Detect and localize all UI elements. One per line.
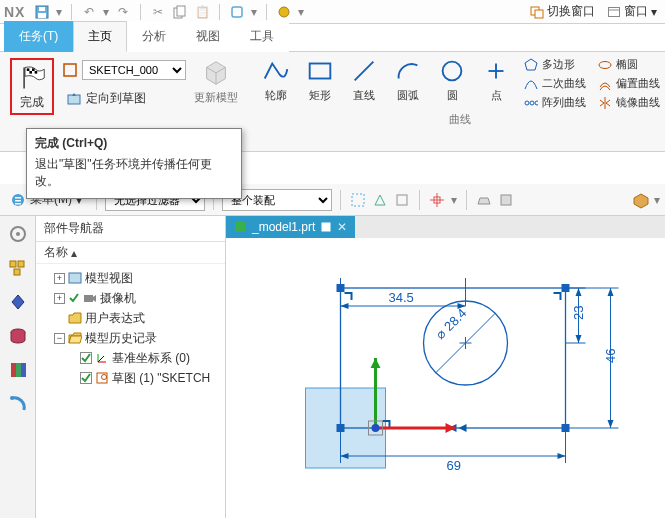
ellipse-button[interactable]: 椭圆: [596, 56, 662, 73]
expand-icon[interactable]: +: [54, 293, 65, 304]
svg-rect-49: [69, 273, 81, 283]
svg-rect-34: [397, 195, 407, 205]
tab-task[interactable]: 任务(T): [4, 21, 73, 52]
svg-point-25: [530, 101, 534, 105]
offset-curve-button[interactable]: 偏置曲线: [596, 75, 662, 92]
part-navigator-panel: 部件导航器 名称 ▴ +模型视图 +摄像机 用户表达式 −模型历史记录 基准坐标…: [36, 216, 226, 518]
render-style-button[interactable]: [631, 191, 649, 209]
offset-icon: [598, 77, 612, 91]
sel-tool-2[interactable]: [371, 191, 389, 209]
point-button[interactable]: 点: [474, 56, 518, 111]
tree-node-user-expr[interactable]: 用户表达式: [54, 308, 221, 328]
rail-constraint-navigator[interactable]: [6, 290, 30, 314]
svg-rect-4: [177, 6, 185, 16]
sel-tool-1[interactable]: [349, 191, 367, 209]
qat-save-icon[interactable]: [33, 3, 51, 21]
mirror-curve-button[interactable]: 镜像曲线: [596, 94, 662, 111]
svg-rect-15: [35, 71, 38, 74]
dim-34-5[interactable]: 34.5: [389, 290, 414, 305]
arc-button[interactable]: 圆弧: [386, 56, 430, 111]
checkbox-icon[interactable]: [80, 352, 92, 364]
qat-undo-dropdown[interactable]: ▾: [102, 4, 110, 20]
tab-home[interactable]: 主页: [73, 21, 127, 52]
polygon-button[interactable]: 多边形: [522, 56, 588, 73]
modified-icon: [321, 222, 331, 232]
rail-assembly-navigator[interactable]: [6, 256, 30, 280]
snap-dropdown[interactable]: ▾: [450, 192, 458, 208]
rail-hd3d[interactable]: [6, 358, 30, 382]
profile-icon: [261, 56, 291, 86]
ribbon-tabs: 任务(T) 主页 分析 视图 工具: [0, 24, 665, 52]
svg-rect-41: [10, 261, 16, 267]
tab-view[interactable]: 视图: [181, 21, 235, 52]
conic-icon: [524, 77, 538, 91]
qat-cut-icon[interactable]: ✂: [149, 3, 167, 21]
tree-node-sketch[interactable]: 草图 (1) "SKETCH: [80, 368, 221, 388]
tree-node-model-history[interactable]: −模型历史记录: [54, 328, 221, 348]
window-menu-button[interactable]: 窗口 ▾: [603, 2, 661, 21]
qat-touch-icon[interactable]: [228, 3, 246, 21]
qat-render-dropdown[interactable]: ▾: [297, 4, 305, 20]
window-menu-label: 窗口: [624, 3, 648, 20]
qat-save-dropdown[interactable]: ▾: [55, 4, 63, 20]
tab-tools[interactable]: 工具: [235, 21, 289, 52]
qat-touch-dropdown[interactable]: ▾: [250, 4, 258, 20]
svg-rect-33: [352, 194, 364, 206]
render-style-dropdown[interactable]: ▾: [653, 192, 661, 208]
circle-button[interactable]: 圆: [430, 56, 474, 111]
switch-window-button[interactable]: 切换窗口: [526, 2, 599, 21]
check-icon: [68, 292, 80, 304]
sketch-canvas[interactable]: ⌀ 28.4 34.5 23: [226, 238, 665, 518]
qat-paste-icon[interactable]: 📋: [193, 3, 211, 21]
line-button[interactable]: 直线: [342, 56, 386, 111]
svg-marker-23: [525, 59, 537, 70]
svg-rect-18: [310, 64, 331, 79]
rail-part-navigator[interactable]: [6, 222, 30, 246]
sel-tool-3[interactable]: [393, 191, 411, 209]
svg-rect-8: [535, 10, 543, 18]
tab-analyze[interactable]: 分析: [127, 21, 181, 52]
tree-node-model-views[interactable]: +模型视图: [54, 268, 221, 288]
main-area: 部件导航器 名称 ▴ +模型视图 +摄像机 用户表达式 −模型历史记录 基准坐标…: [0, 216, 665, 518]
conic-button[interactable]: 二次曲线: [522, 75, 588, 92]
view-tool-1[interactable]: [475, 191, 493, 209]
tree-node-datum-csys[interactable]: 基准坐标系 (0): [80, 348, 221, 368]
dim-23[interactable]: 23: [571, 306, 586, 320]
rail-web-browser[interactable]: [6, 392, 30, 416]
sketch-name-select[interactable]: SKETCH_000: [82, 60, 186, 80]
collapse-icon[interactable]: −: [54, 333, 65, 344]
snap-tool[interactable]: [428, 191, 446, 209]
svg-point-26: [535, 101, 538, 105]
pattern-curve-button[interactable]: 阵列曲线: [522, 94, 588, 111]
qat-redo-icon[interactable]: ↷: [114, 3, 132, 21]
window-icon: [607, 5, 621, 19]
update-model-button[interactable]: 更新模型: [194, 58, 238, 105]
svg-point-48: [10, 396, 14, 400]
nav-column-name[interactable]: 名称 ▴: [36, 242, 225, 264]
svg-rect-46: [16, 363, 21, 377]
view-tool-2[interactable]: [497, 191, 515, 209]
graphics-viewport[interactable]: _model1.prt ✕ ⌀ 28.4: [226, 216, 665, 518]
profile-button[interactable]: 轮廓: [254, 56, 298, 111]
ellipse-icon: [598, 58, 612, 72]
sketch-icon: [95, 371, 109, 385]
orient-to-sketch-button[interactable]: 定向到草图: [62, 88, 150, 109]
folder-icon: [68, 311, 82, 325]
document-tab[interactable]: _model1.prt ✕: [226, 216, 355, 238]
qat-copy-icon[interactable]: [171, 3, 189, 21]
checkbox-icon[interactable]: [80, 372, 92, 384]
dim-69[interactable]: 69: [447, 458, 461, 473]
rectangle-button[interactable]: 矩形: [298, 56, 342, 111]
finish-sketch-button[interactable]: 完成: [10, 58, 54, 115]
close-tab-icon[interactable]: ✕: [337, 220, 347, 234]
expand-icon[interactable]: +: [54, 273, 65, 284]
svg-rect-50: [84, 295, 93, 302]
qat-render-icon[interactable]: [275, 3, 293, 21]
qat-undo-icon[interactable]: ↶: [80, 3, 98, 21]
dim-46[interactable]: 46: [603, 349, 618, 363]
svg-rect-30: [15, 197, 21, 199]
mirror-icon: [598, 96, 612, 110]
rail-reuse-library[interactable]: [6, 324, 30, 348]
svg-point-24: [525, 101, 529, 105]
tree-node-cameras[interactable]: +摄像机: [54, 288, 221, 308]
